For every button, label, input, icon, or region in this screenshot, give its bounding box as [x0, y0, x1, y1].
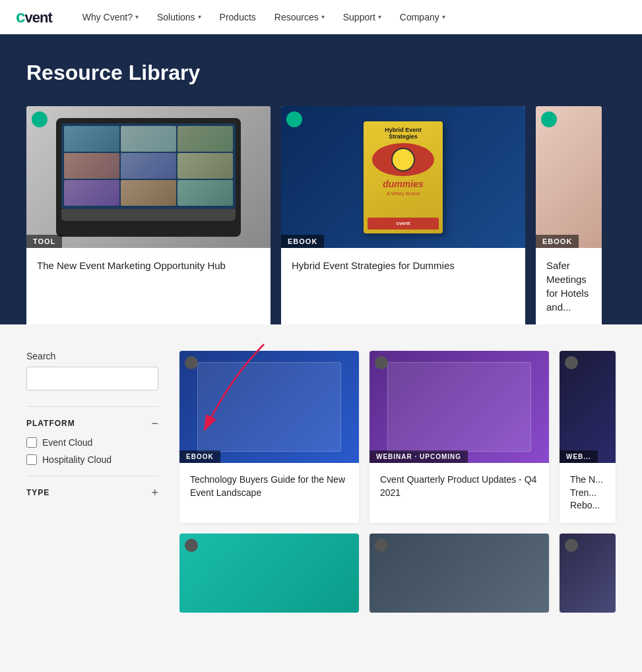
- chevron-down-icon: ▾: [135, 0, 139, 34]
- chevron-down-icon: ▾: [198, 0, 201, 34]
- main-content: Search PLATFORM − Event Cloud Hospitalit…: [0, 324, 642, 650]
- hero-card-1-title: The New Event Marketing Opportunity Hub: [26, 248, 271, 283]
- type-label: TYPE: [26, 488, 49, 497]
- hero-card-3-image: EBOOK: [536, 106, 602, 248]
- navigation: cvent Why Cvent? ▾ Solutions ▾ Products …: [0, 0, 642, 34]
- divider-2: [26, 475, 158, 476]
- resource-grid: EBOOK Technology Buyers Guide for the Ne…: [179, 351, 616, 623]
- resource-card-quarterly-title: Cvent Quarterly Product Updates - Q4 202…: [369, 463, 549, 510]
- resource-card-partial-1-image: WEB...: [560, 351, 616, 463]
- resource-card-gradient-3-image: [560, 534, 616, 613]
- resource-row-1: EBOOK Technology Buyers Guide for the Ne…: [179, 351, 616, 523]
- nav-support[interactable]: Support ▾: [334, 0, 391, 34]
- nav-why-cvent[interactable]: Why Cvent? ▾: [73, 0, 148, 34]
- resource-card-quarterly-badge: WEBINAR · UPCOMING: [369, 450, 468, 463]
- page-title: Resource Library: [26, 61, 616, 85]
- nav-resources[interactable]: Resources ▾: [265, 0, 334, 34]
- resource-card-partial-1-title: The N...Tren...Rebo...: [560, 463, 616, 523]
- hero-card-1-badge: TOOL: [26, 235, 62, 248]
- hospitality-cloud-checkbox[interactable]: [26, 454, 37, 465]
- platform-toggle[interactable]: −: [151, 417, 158, 429]
- resource-card-teal-image: [179, 534, 359, 613]
- event-cloud-item: Event Cloud: [26, 437, 158, 448]
- search-input[interactable]: [26, 367, 158, 390]
- logo[interactable]: cvent: [16, 7, 52, 27]
- hero-card-3-badge: EBOOK: [536, 235, 579, 248]
- hero-card-3[interactable]: EBOOK Safer Meetings for Hotels and...: [536, 106, 602, 324]
- event-cloud-label[interactable]: Event Cloud: [42, 437, 92, 448]
- resource-row-2: [179, 534, 616, 613]
- hero-card-2-title: Hybrid Event Strategies for Dummies: [281, 248, 525, 283]
- platform-label: PLATFORM: [26, 419, 75, 428]
- resource-card-tech-buyers-badge: EBOOK: [179, 450, 220, 463]
- search-section: Search: [26, 351, 158, 390]
- hero-section: Resource Library: [0, 34, 642, 324]
- resource-card-quarterly[interactable]: WEBINAR · UPCOMING Cvent Quarterly Produ…: [369, 351, 549, 523]
- resource-card-tech-buyers[interactable]: EBOOK Technology Buyers Guide for the Ne…: [179, 351, 359, 523]
- platform-filter: PLATFORM − Event Cloud Hospitality Cloud: [26, 417, 158, 465]
- divider-1: [26, 406, 158, 407]
- chevron-down-icon: ▾: [442, 0, 445, 34]
- hospitality-cloud-item: Hospitality Cloud: [26, 454, 158, 465]
- nav-links: Why Cvent? ▾ Solutions ▾ Products Resour…: [73, 0, 455, 34]
- type-toggle[interactable]: +: [151, 487, 158, 499]
- hero-card-2[interactable]: Hybrid EventStrategies dummies A Wiley B…: [281, 106, 525, 324]
- hospitality-cloud-label[interactable]: Hospitality Cloud: [42, 454, 112, 465]
- hero-card-1-image: TOOL: [26, 106, 271, 248]
- resource-card-partial-1-badge: WEB...: [560, 450, 598, 463]
- nav-products[interactable]: Products: [210, 0, 265, 34]
- resource-card-gradient-3[interactable]: [560, 534, 616, 613]
- resource-card-quarterly-image: WEBINAR · UPCOMING: [369, 351, 549, 463]
- resource-card-tech-buyers-title: Technology Buyers Guide for the New Even…: [179, 463, 359, 510]
- platform-filter-header: PLATFORM −: [26, 417, 158, 429]
- resource-card-teal[interactable]: [179, 534, 359, 613]
- type-filter: TYPE +: [26, 487, 158, 499]
- chevron-down-icon: ▾: [321, 0, 325, 34]
- sidebar: Search PLATFORM − Event Cloud Hospitalit…: [26, 351, 158, 623]
- resource-card-tech-buyers-image: EBOOK: [179, 351, 359, 463]
- hero-card-2-badge: EBOOK: [281, 235, 324, 248]
- search-label: Search: [26, 351, 158, 361]
- resource-card-dark-people[interactable]: [369, 534, 549, 613]
- hero-cards: TOOL The New Event Marketing Opportunity…: [26, 106, 616, 324]
- hero-card-1[interactable]: TOOL The New Event Marketing Opportunity…: [26, 106, 271, 324]
- hero-card-3-title: Safer Meetings for Hotels and...: [536, 248, 602, 324]
- resource-card-dark-people-image: [369, 534, 549, 613]
- nav-solutions[interactable]: Solutions ▾: [148, 0, 210, 34]
- resource-card-partial-1[interactable]: WEB... The N...Tren...Rebo...: [560, 351, 616, 523]
- hero-card-2-image: Hybrid EventStrategies dummies A Wiley B…: [281, 106, 525, 248]
- event-cloud-checkbox[interactable]: [26, 437, 37, 448]
- chevron-down-icon: ▾: [378, 0, 381, 34]
- type-filter-header: TYPE +: [26, 487, 158, 499]
- nav-company[interactable]: Company ▾: [391, 0, 455, 34]
